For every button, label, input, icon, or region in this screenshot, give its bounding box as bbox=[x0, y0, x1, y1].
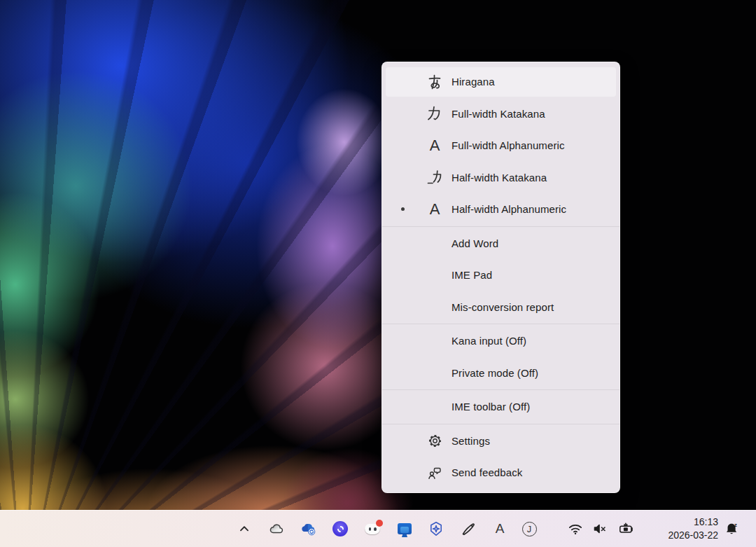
menu-item-label: Full-width Alphanumeric bbox=[451, 139, 565, 151]
menu-item-label: Full-width Katakana bbox=[451, 108, 545, 120]
clock-date: 2026-03-22 bbox=[668, 529, 718, 542]
menu-item-settings[interactable]: Settings bbox=[382, 425, 620, 457]
menu-item-kana-input[interactable]: Kana input (Off) bbox=[382, 325, 620, 357]
chevron-up-icon[interactable] bbox=[236, 520, 253, 537]
menu-item-label: Half-width Katakana bbox=[451, 172, 547, 184]
menu-item-label: Add Word bbox=[451, 237, 498, 249]
gear-icon bbox=[424, 434, 446, 448]
selection-slot bbox=[396, 207, 410, 211]
menu-item-label: Private mode (Off) bbox=[451, 367, 538, 379]
menu-item-send-feedback[interactable]: Send feedback bbox=[382, 457, 620, 489]
menu-item-label: Send feedback bbox=[451, 466, 522, 478]
menu-item-label: Kana input (Off) bbox=[451, 335, 526, 347]
svg-text:z: z bbox=[734, 522, 737, 528]
selected-mode-bullet bbox=[401, 207, 405, 211]
halfwidth-katakana-icon bbox=[424, 168, 446, 186]
menu-item-label: Half-width Alphanumeric bbox=[451, 203, 566, 215]
menu-item-fullwidth-alphanumeric[interactable]: A Full-width Alphanumeric bbox=[382, 130, 620, 162]
menu-divider bbox=[382, 389, 620, 390]
menu-item-hiragana[interactable]: Hiragana bbox=[382, 66, 620, 98]
cube-star-app-icon[interactable] bbox=[428, 520, 444, 537]
notification-badge bbox=[376, 520, 383, 527]
battery-charging-icon[interactable] bbox=[618, 520, 635, 537]
menu-item-ime-toolbar[interactable]: IME toolbar (Off) bbox=[382, 391, 620, 423]
menu-divider bbox=[382, 226, 620, 227]
cloud-icon[interactable] bbox=[268, 520, 285, 537]
menu-item-fullwidth-katakana[interactable]: Full-width Katakana bbox=[382, 98, 620, 130]
ime-mode-indicator[interactable]: A bbox=[491, 520, 508, 537]
menu-item-label: Hiragana bbox=[451, 76, 495, 88]
menu-item-label: Settings bbox=[451, 435, 490, 447]
clock-time: 16:13 bbox=[668, 515, 718, 529]
hiragana-a-icon bbox=[424, 73, 446, 91]
starburst-glyph bbox=[337, 526, 344, 532]
menu-item-ime-pad[interactable]: IME Pad bbox=[382, 259, 620, 291]
starburst-app-icon[interactable] bbox=[332, 520, 349, 537]
menu-item-halfwidth-katakana[interactable]: Half-width Katakana bbox=[382, 162, 620, 194]
menu-item-label: IME toolbar (Off) bbox=[451, 401, 530, 413]
cloud-sync-icon[interactable] bbox=[300, 520, 317, 537]
menu-item-add-word[interactable]: Add Word bbox=[382, 228, 620, 260]
taskbar: A J 16:13 2026-03-22 bbox=[0, 510, 756, 547]
feedback-icon bbox=[424, 465, 446, 480]
menu-item-halfwidth-alphanumeric[interactable]: A Half-width Alphanumeric bbox=[382, 193, 620, 226]
menu-item-label: IME Pad bbox=[451, 269, 492, 281]
display-app-icon[interactable] bbox=[396, 520, 413, 537]
taskbar-clock[interactable]: 16:13 2026-03-22 bbox=[668, 515, 718, 542]
wallpaper-ribbon-lines bbox=[0, 0, 393, 547]
volume-muted-icon[interactable] bbox=[592, 520, 608, 537]
menu-item-private-mode[interactable]: Private mode (Off) bbox=[382, 357, 620, 389]
menu-divider bbox=[382, 424, 620, 424]
do-not-disturb-bell-icon[interactable]: z bbox=[724, 520, 741, 537]
fullwidth-alpha-icon: A bbox=[424, 137, 446, 155]
wifi-icon[interactable] bbox=[567, 520, 584, 537]
menu-item-label: Mis-conversion report bbox=[451, 301, 554, 313]
discord-icon[interactable] bbox=[364, 520, 381, 537]
pen-icon[interactable] bbox=[460, 520, 477, 537]
ime-context-menu: Hiragana Full-width Katakana A Full-widt… bbox=[382, 62, 620, 493]
menu-item-misconversion-report[interactable]: Mis-conversion report bbox=[382, 291, 620, 324]
menu-divider bbox=[382, 324, 620, 324]
fullwidth-katakana-icon bbox=[424, 104, 446, 123]
halfwidth-alpha-icon: A bbox=[424, 200, 446, 219]
ime-language-indicator[interactable]: J bbox=[521, 520, 538, 537]
